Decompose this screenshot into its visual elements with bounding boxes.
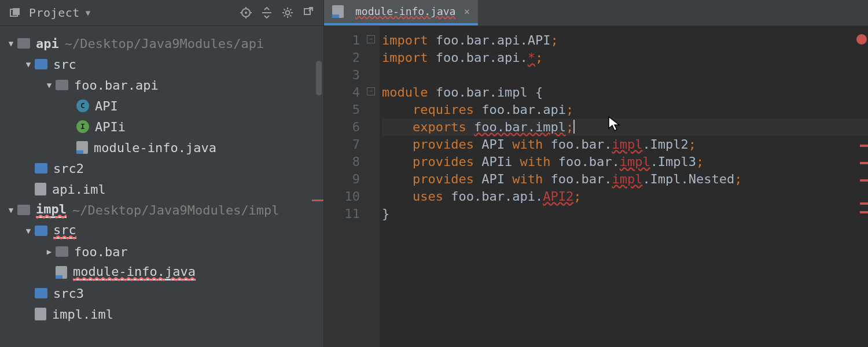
node-label: API xyxy=(95,99,118,113)
collapse-all-icon[interactable] xyxy=(299,3,318,22)
svg-line-17 xyxy=(290,9,291,10)
svg-rect-18 xyxy=(304,9,310,14)
expand-toggle-icon[interactable]: ▶ xyxy=(43,247,56,256)
java-file-icon xyxy=(332,5,344,18)
gutter-line[interactable]: 3 xyxy=(324,67,380,84)
code-line[interactable]: import foo.bar.api.API; xyxy=(382,32,868,49)
tree-node[interactable]: ▼src xyxy=(0,54,323,75)
code-line[interactable]: provides API with foo.bar.impl.Impl2; xyxy=(382,136,868,153)
error-marker[interactable] xyxy=(860,211,868,213)
error-stripe[interactable] xyxy=(860,32,868,347)
code-line[interactable]: provides APIi with foo.bar.impl.Impl3; xyxy=(382,153,868,171)
autoscroll-icon[interactable] xyxy=(258,3,276,22)
source-folder-icon xyxy=(35,59,47,69)
expand-toggle-icon[interactable]: ▼ xyxy=(5,205,17,215)
gutter-line[interactable]: 7 xyxy=(324,136,380,153)
tree-node[interactable]: impl.iml xyxy=(0,304,323,324)
tree-node[interactable]: ▼foo.bar.api xyxy=(0,75,323,95)
code-line[interactable]: provides API with foo.bar.impl.Impl.Nest… xyxy=(382,171,868,188)
node-label: module-info.java xyxy=(94,141,216,155)
tree-node[interactable]: ▼impl~/Desktop/Java9Modules/impl xyxy=(0,200,323,220)
text-caret xyxy=(573,120,575,134)
tree-node[interactable]: src2 xyxy=(0,158,323,179)
expand-toggle-icon[interactable]: ▼ xyxy=(43,80,56,90)
svg-line-16 xyxy=(284,15,285,16)
code-line[interactable]: } xyxy=(382,205,868,223)
editor-panel: module-info.java × 1234567891011 import … xyxy=(324,0,868,347)
panel-title[interactable]: Project xyxy=(29,6,80,20)
expand-toggle-icon[interactable]: ▼ xyxy=(22,226,35,235)
gutter-line[interactable]: 6 xyxy=(324,119,380,136)
fold-toggle-icon[interactable] xyxy=(367,87,375,95)
code-line[interactable]: requires foo.bar.api; xyxy=(382,101,868,119)
folder-icon xyxy=(35,288,47,298)
gutter-line[interactable]: 11 xyxy=(324,205,380,223)
error-marker[interactable] xyxy=(860,179,868,182)
folder-icon xyxy=(35,163,47,174)
node-label: APIi xyxy=(95,120,126,134)
gutter-line[interactable]: 8 xyxy=(324,153,380,171)
node-label: src3 xyxy=(53,286,84,301)
code-area[interactable]: import foo.bar.api.API;import foo.bar.ap… xyxy=(380,26,868,347)
gutter-line[interactable]: 9 xyxy=(324,171,380,188)
error-stripe-marker xyxy=(312,200,323,201)
editor-tabs: module-info.java × xyxy=(324,0,868,26)
svg-line-15 xyxy=(290,15,291,16)
node-label: module-info.java xyxy=(73,264,196,280)
project-tool-window: Project ▼ ▼api~/Desktop/Java9Modules/api… xyxy=(0,0,324,347)
tree-node[interactable]: src3 xyxy=(0,283,323,304)
project-tree[interactable]: ▼api~/Desktop/Java9Modules/api▼src▼foo.b… xyxy=(0,26,323,347)
tree-node[interactable]: ▼api~/Desktop/Java9Modules/api xyxy=(0,33,323,54)
module-icon xyxy=(17,38,30,49)
tree-node[interactable]: module-info.java xyxy=(0,262,323,283)
class-icon: C xyxy=(76,99,89,112)
code-line[interactable]: exports foo.bar.impl; xyxy=(382,119,868,136)
node-label: src xyxy=(53,57,76,72)
svg-point-3 xyxy=(245,12,247,14)
editor-tab[interactable]: module-info.java × xyxy=(324,0,478,25)
gutter[interactable]: 1234567891011 xyxy=(324,26,380,347)
expand-toggle-icon[interactable]: ▼ xyxy=(5,39,17,48)
gutter-line[interactable]: 5 xyxy=(324,101,380,119)
node-label: impl.iml xyxy=(52,307,113,322)
error-marker[interactable] xyxy=(860,162,868,164)
editor-body: 1234567891011 import foo.bar.api.API;imp… xyxy=(324,26,868,347)
target-icon[interactable] xyxy=(237,3,255,22)
code-line[interactable]: module foo.bar.impl { xyxy=(382,84,868,101)
error-marker[interactable] xyxy=(860,202,868,205)
tree-node[interactable]: api.iml xyxy=(0,179,323,200)
node-label: api.iml xyxy=(52,182,106,197)
fold-toggle-icon[interactable] xyxy=(367,35,375,43)
gutter-line[interactable]: 10 xyxy=(324,188,380,205)
chevron-down-icon[interactable]: ▼ xyxy=(86,8,91,17)
svg-rect-1 xyxy=(13,8,20,15)
tree-node[interactable]: ▼src xyxy=(0,220,323,241)
source-folder-icon xyxy=(35,226,47,236)
node-path: ~/Desktop/Java9Modules/api xyxy=(65,36,264,51)
error-marker[interactable] xyxy=(860,145,868,147)
close-tab-icon[interactable]: × xyxy=(464,5,470,17)
java-file-icon xyxy=(56,266,67,279)
file-icon xyxy=(35,183,46,195)
node-label: foo.bar.api xyxy=(74,78,159,93)
node-label: impl xyxy=(36,202,67,218)
expand-toggle-icon[interactable]: ▼ xyxy=(22,60,35,69)
gear-icon[interactable] xyxy=(278,3,297,22)
gutter-line[interactable]: 1 xyxy=(324,32,380,49)
node-label: src2 xyxy=(53,161,84,176)
project-view-icon[interactable] xyxy=(6,3,24,22)
tree-node[interactable]: module-info.java xyxy=(0,137,323,158)
tree-node[interactable]: IAPIi xyxy=(0,116,323,137)
package-icon xyxy=(56,246,68,257)
node-label: api xyxy=(36,36,59,51)
tree-node[interactable]: CAPI xyxy=(0,95,323,116)
gutter-line[interactable]: 4 xyxy=(324,84,380,101)
code-line[interactable]: import foo.bar.api.*; xyxy=(382,49,868,67)
scrollbar-thumb[interactable] xyxy=(316,61,322,95)
svg-point-9 xyxy=(286,11,290,15)
tree-node[interactable]: ▶foo.bar xyxy=(0,241,323,262)
gutter-line[interactable]: 2 xyxy=(324,49,380,67)
code-line[interactable] xyxy=(382,67,868,84)
code-line[interactable]: uses foo.bar.api.API2; xyxy=(382,188,868,205)
node-path: ~/Desktop/Java9Modules/impl xyxy=(72,203,279,217)
